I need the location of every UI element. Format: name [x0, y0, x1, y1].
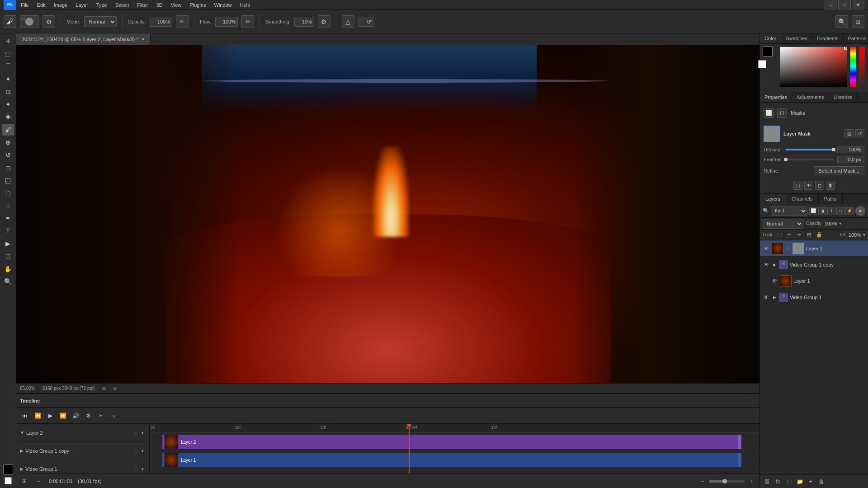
menu-window[interactable]: Window [211, 1, 236, 9]
layer-mask-thumb[interactable] [764, 126, 780, 142]
track-content-vg1c[interactable]: Layer 1 [150, 451, 760, 469]
alpha-slider[interactable] [859, 47, 865, 87]
close-button[interactable]: ✕ [852, 0, 864, 11]
canvas-image[interactable] [16, 45, 760, 383]
pixel-mask-icon[interactable]: ⬜ [764, 108, 774, 118]
mask-action-1[interactable]: ⊞ [844, 129, 854, 138]
zoom-out-btn[interactable]: − [698, 477, 707, 486]
history-tool[interactable]: ↺ [2, 149, 14, 161]
maximize-button[interactable]: □ [838, 0, 851, 11]
lock-transparent-icon[interactable]: ⬚ [775, 231, 783, 239]
clip-resize-handle-2[interactable] [738, 453, 741, 467]
cut-btn[interactable]: ✂ [96, 411, 106, 421]
create-group-btn[interactable]: 📁 [795, 477, 804, 486]
menu-image[interactable]: Image [50, 1, 71, 9]
props-icon-4[interactable]: 🗑 [826, 181, 835, 190]
settings-btn[interactable]: ⚙ [83, 411, 93, 421]
document-tab[interactable]: 20221124_160430 @ 65% (Layer 2, Layer Ma… [16, 33, 151, 45]
props-icon-2[interactable]: 👁 [804, 181, 813, 190]
gradient-tool[interactable]: ◫ [2, 174, 14, 186]
flow-btn[interactable]: ✏ [241, 15, 254, 28]
opacity-input[interactable] [150, 17, 172, 27]
properties-tab[interactable]: Properties [760, 92, 792, 102]
shape-tool[interactable]: □ [2, 250, 14, 262]
stamp-tool[interactable]: ⊕ [2, 136, 14, 148]
path-select-tool[interactable]: ▶ [2, 238, 14, 249]
layer-vis-layer2[interactable]: 👁 [763, 245, 770, 252]
menu-help[interactable]: Help [236, 1, 254, 9]
zoom-tool[interactable]: 🔍 [2, 276, 14, 287]
feather-slider-thumb[interactable] [784, 158, 788, 161]
menu-file[interactable]: File [17, 1, 33, 9]
layer-vis-vg1copy[interactable]: 👁 [763, 261, 770, 268]
minimize-button[interactable]: ─ [825, 0, 837, 11]
track-expand-vg1[interactable]: ▶ [20, 466, 24, 471]
search-btn[interactable]: 🔍 [835, 15, 848, 28]
filter-shape-icon[interactable]: □ [836, 207, 844, 215]
smoothing-settings[interactable]: ⚙ [318, 15, 330, 28]
loop-btn[interactable]: ⊞ [20, 477, 29, 486]
track-more-icon-vg1c[interactable]: ▾ [139, 448, 146, 454]
track-keyframe-icon-vg1[interactable]: ⬦ [132, 466, 138, 472]
density-slider[interactable] [785, 149, 834, 150]
layers-tab[interactable]: Layers [760, 194, 786, 204]
mask-action-2[interactable]: ↺ [855, 129, 864, 138]
canvas-scroll-area[interactable] [16, 45, 760, 383]
track-content-vg1[interactable] [150, 469, 760, 474]
layer-item-vg1copy[interactable]: 👁 ▶ 🎬 Video Group 1 copy [760, 257, 868, 273]
timeline-collapse-btn[interactable]: ─ [749, 397, 756, 404]
more-btn[interactable]: ⊞ [852, 15, 864, 28]
smoothing-input[interactable] [294, 17, 314, 27]
menu-edit[interactable]: Edit [33, 1, 49, 9]
step-back-btn[interactable]: ⏪ [33, 411, 42, 421]
menu-select[interactable]: Select [112, 1, 133, 9]
type-tool[interactable]: T [2, 225, 14, 237]
filter-toggle[interactable]: ● [855, 206, 865, 216]
foreground-swatch[interactable] [763, 47, 773, 56]
close-tab-button[interactable]: ✕ [141, 37, 145, 42]
opacity-airbrush[interactable]: ✏ [176, 15, 189, 28]
lock-artboard-icon[interactable]: ⊞ [805, 231, 813, 239]
vector-mask-icon[interactable]: ◻ [777, 108, 787, 118]
adjustments-tab[interactable]: Adjustments [792, 92, 829, 102]
lasso-tool[interactable]: ⌒ [2, 61, 14, 72]
timeline-content[interactable]: 00 10f 20f 01:00f 10f Layer 2 [150, 424, 760, 474]
crop-tool[interactable]: ⊡ [2, 86, 14, 98]
layer-item-layer2[interactable]: 👁 ⛓ Layer 2 [760, 240, 868, 257]
layer-mask-thumb-layer2[interactable] [793, 243, 804, 254]
track-expand-vg1c[interactable]: ▶ [20, 448, 24, 453]
pen-tool[interactable]: ✒ [2, 212, 14, 224]
expand-vg1[interactable]: ▶ [772, 295, 777, 300]
layer-vis-layer1[interactable]: 👁 [771, 277, 778, 285]
zoom-in-btn[interactable]: + [747, 477, 756, 486]
volume-btn[interactable]: 🔊 [71, 411, 80, 421]
selection-tool[interactable]: ⬚ [2, 48, 14, 60]
move-tool[interactable]: ✛ [2, 35, 14, 47]
track-more-icon-vg1[interactable]: ▾ [139, 466, 146, 472]
menu-filter[interactable]: Filter [133, 1, 151, 9]
clip-vg1c[interactable]: Layer 1 [162, 453, 741, 467]
menu-view[interactable]: View [167, 1, 185, 9]
filter-type-icon[interactable]: T [827, 207, 835, 215]
status-arrow-left[interactable] [102, 387, 106, 390]
props-icon-3[interactable]: ◻ [815, 181, 824, 190]
libraries-tab[interactable]: Libraries [829, 92, 858, 102]
background-color[interactable] [5, 477, 12, 484]
eraser-tool[interactable]: ◻ [2, 162, 14, 174]
layer-vis-vg1[interactable]: 👁 [763, 294, 770, 301]
flow-input[interactable] [215, 17, 238, 27]
gradients-tab[interactable]: Gradients [812, 33, 844, 43]
clip-resize-handle[interactable] [738, 435, 741, 449]
layer-item-layer1[interactable]: 👁 Layer 1 [760, 273, 868, 289]
menu-type[interactable]: Type [93, 1, 111, 9]
heal-tool[interactable]: ✚ [2, 111, 14, 123]
select-and-mask-button[interactable]: Select and Mask... [814, 166, 865, 175]
expand-vg1copy[interactable]: ▶ [772, 262, 777, 267]
keyframe-btn[interactable]: ⬦ [108, 411, 118, 421]
brush-settings[interactable]: ⚙ [42, 15, 55, 28]
step-forward-btn[interactable]: ⏩ [58, 411, 68, 421]
track-content-layer2[interactable]: Layer 2 [150, 433, 760, 451]
layer-effects-btn[interactable]: fx [774, 477, 783, 486]
snap-btn[interactable]: ↔ [34, 477, 43, 486]
go-to-start-btn[interactable]: ⏮ [20, 411, 30, 421]
